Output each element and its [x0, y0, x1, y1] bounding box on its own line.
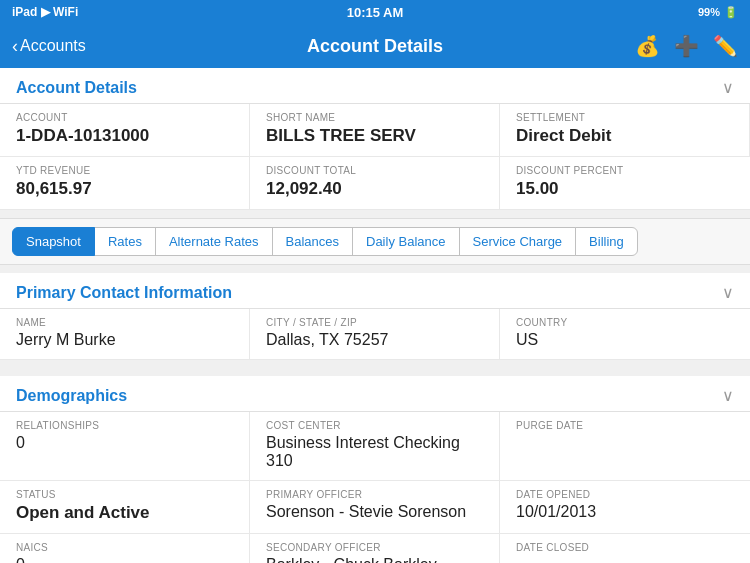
field-primary-officer-label: PRIMARY OFFICER [266, 489, 483, 500]
field-country: COUNTRY US [500, 309, 750, 360]
tab-daily-balance[interactable]: Daily Balance [352, 227, 460, 256]
field-relationships-label: RELATIONSHIPS [16, 420, 233, 431]
field-city-state-zip: CITY / STATE / ZIP Dallas, TX 75257 [250, 309, 500, 360]
field-date-closed-value: — [516, 556, 734, 563]
field-status: STATUS Open and Active [0, 481, 250, 534]
field-country-value: US [516, 331, 734, 349]
field-discount-percent: DISCOUNT PERCENT 15.00 [500, 157, 750, 210]
edit-icon[interactable]: ✏️ [713, 34, 738, 58]
field-account: ACCOUNT 1-DDA-10131000 [0, 104, 250, 157]
primary-contact-header: Primary Contact Information ∨ [0, 273, 750, 309]
account-details-header: Account Details ∨ [0, 68, 750, 104]
demographics-chevron-icon[interactable]: ∨ [722, 386, 734, 405]
field-short-name: SHORT NAME BILLS TREE SERV [250, 104, 500, 157]
tab-billing[interactable]: Billing [575, 227, 638, 256]
field-secondary-officer-value: Barkley - Chuck Barkley [266, 556, 483, 563]
field-date-opened-label: DATE OPENED [516, 489, 734, 500]
battery-icon: 🔋 [724, 6, 738, 19]
field-date-opened: DATE OPENED 10/01/2013 [500, 481, 750, 534]
field-cost-center: COST CENTER Business Interest Checking 3… [250, 412, 500, 481]
nav-icons: 💰 ➕ ✏️ [635, 34, 738, 58]
nav-title: Account Details [307, 36, 443, 57]
back-button[interactable]: ‹ Accounts [12, 36, 86, 57]
add-icon[interactable]: ➕ [674, 34, 699, 58]
account-details-chevron-icon[interactable]: ∨ [722, 78, 734, 97]
demographics-row-3: NAICS 0 SECONDARY OFFICER Barkley - Chuc… [0, 534, 750, 563]
status-bar-right: 99% 🔋 [698, 6, 738, 19]
back-label: Accounts [20, 37, 86, 55]
field-ytd-revenue-value: 80,615.97 [16, 179, 233, 199]
field-status-value: Open and Active [16, 503, 233, 523]
field-naics-value: 0 [16, 556, 233, 563]
ipad-label: iPad ▶ WiFi [12, 5, 78, 19]
primary-contact-title: Primary Contact Information [16, 284, 232, 302]
field-settlement-value: Direct Debit [516, 126, 733, 146]
field-date-closed-label: DATE CLOSED [516, 542, 734, 553]
nav-bar: ‹ Accounts Account Details 💰 ➕ ✏️ [0, 24, 750, 68]
account-details-section: Account Details ∨ ACCOUNT 1-DDA-10131000… [0, 68, 750, 210]
field-purge-date: PURGE DATE — [500, 412, 750, 481]
status-bar: iPad ▶ WiFi 10:15 AM 99% 🔋 [0, 0, 750, 24]
primary-contact-section: Primary Contact Information ∨ NAME Jerry… [0, 273, 750, 360]
field-discount-percent-label: DISCOUNT PERCENT [516, 165, 734, 176]
field-account-label: ACCOUNT [16, 112, 233, 123]
tab-balances[interactable]: Balances [272, 227, 353, 256]
field-short-name-value: BILLS TREE SERV [266, 126, 483, 146]
field-naics-label: NAICS [16, 542, 233, 553]
tab-snapshot[interactable]: Snapshot [12, 227, 95, 256]
field-primary-officer-value: Sorenson - Stevie Sorenson [266, 503, 483, 521]
field-discount-total-value: 12,092.40 [266, 179, 483, 199]
primary-contact-fields: NAME Jerry M Burke CITY / STATE / ZIP Da… [0, 309, 750, 360]
status-bar-left: iPad ▶ WiFi [12, 5, 78, 19]
field-name-label: NAME [16, 317, 233, 328]
demographics-row-2: STATUS Open and Active PRIMARY OFFICER S… [0, 481, 750, 534]
back-chevron-icon: ‹ [12, 36, 18, 57]
status-bar-time: 10:15 AM [347, 5, 404, 20]
field-date-closed: DATE CLOSED — [500, 534, 750, 563]
money-icon[interactable]: 💰 [635, 34, 660, 58]
demographics-row-1: RELATIONSHIPS 0 COST CENTER Business Int… [0, 412, 750, 481]
demographics-title: Demographics [16, 387, 127, 405]
field-naics: NAICS 0 [0, 534, 250, 563]
field-secondary-officer: SECONDARY OFFICER Barkley - Chuck Barkle… [250, 534, 500, 563]
tab-alternate-rates[interactable]: Alternate Rates [155, 227, 273, 256]
field-account-value: 1-DDA-10131000 [16, 126, 233, 146]
account-details-title: Account Details [16, 79, 137, 97]
field-name: NAME Jerry M Burke [0, 309, 250, 360]
demographics-header: Demographics ∨ [0, 376, 750, 412]
field-country-label: COUNTRY [516, 317, 734, 328]
tabs-container: Snapshot Rates Alternate Rates Balances … [0, 218, 750, 265]
demographics-section: Demographics ∨ RELATIONSHIPS 0 COST CENT… [0, 376, 750, 563]
tab-service-charge[interactable]: Service Charge [459, 227, 577, 256]
field-settlement-label: SETTLEMENT [516, 112, 733, 123]
field-name-value: Jerry M Burke [16, 331, 233, 349]
field-city-state-zip-value: Dallas, TX 75257 [266, 331, 483, 349]
field-purge-date-label: PURGE DATE [516, 420, 734, 431]
field-short-name-label: SHORT NAME [266, 112, 483, 123]
tab-rates[interactable]: Rates [94, 227, 156, 256]
field-discount-total-label: DISCOUNT TOTAL [266, 165, 483, 176]
field-relationships-value: 0 [16, 434, 233, 452]
account-details-fields: ACCOUNT 1-DDA-10131000 SHORT NAME BILLS … [0, 104, 750, 210]
field-cost-center-value: Business Interest Checking 310 [266, 434, 483, 470]
field-ytd-revenue: YTD REVENUE 80,615.97 [0, 157, 250, 210]
field-status-label: STATUS [16, 489, 233, 500]
field-secondary-officer-label: SECONDARY OFFICER [266, 542, 483, 553]
field-relationships: RELATIONSHIPS 0 [0, 412, 250, 481]
field-purge-date-value: — [516, 434, 734, 452]
primary-contact-chevron-icon[interactable]: ∨ [722, 283, 734, 302]
field-discount-total: DISCOUNT TOTAL 12,092.40 [250, 157, 500, 210]
field-settlement: SETTLEMENT Direct Debit [500, 104, 750, 157]
field-date-opened-value: 10/01/2013 [516, 503, 734, 521]
field-city-state-zip-label: CITY / STATE / ZIP [266, 317, 483, 328]
battery-percent: 99% [698, 6, 720, 18]
field-discount-percent-value: 15.00 [516, 179, 734, 199]
field-cost-center-label: COST CENTER [266, 420, 483, 431]
field-primary-officer: PRIMARY OFFICER Sorenson - Stevie Sorens… [250, 481, 500, 534]
field-ytd-revenue-label: YTD REVENUE [16, 165, 233, 176]
